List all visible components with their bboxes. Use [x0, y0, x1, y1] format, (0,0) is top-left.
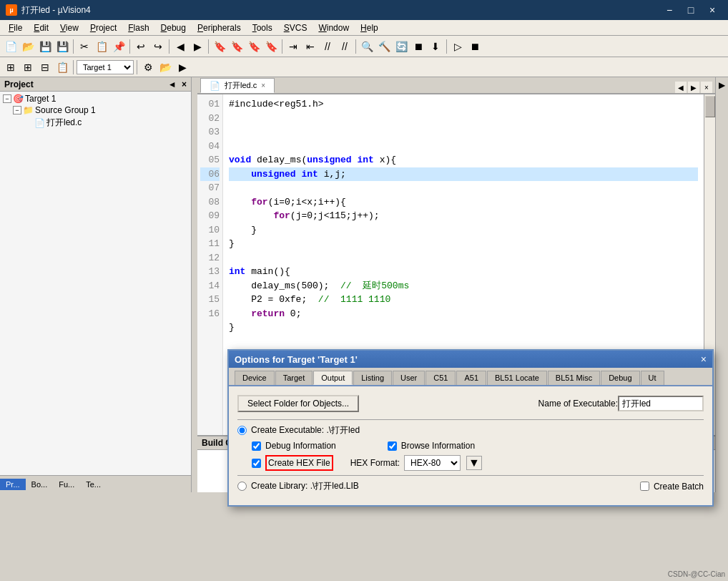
expand-sourcegroup[interactable]: −	[13, 106, 21, 114]
download-button[interactable]: ⬇	[428, 39, 443, 54]
menu-svcs[interactable]: SVCS	[278, 21, 313, 34]
dtab-user[interactable]: User	[393, 371, 425, 385]
menu-peripherals[interactable]: Peripherals	[192, 21, 247, 34]
menu-edit[interactable]: Edit	[28, 21, 54, 34]
indent-button[interactable]: ⇥	[285, 39, 301, 54]
tab-close-icon[interactable]: ×	[261, 82, 265, 89]
save-button[interactable]: 💾	[37, 39, 53, 54]
open-button[interactable]: 📂	[20, 39, 36, 54]
unindent-button[interactable]: ⇤	[302, 39, 318, 54]
tab-close-all-btn[interactable]: ×	[701, 82, 712, 93]
tb2-btn3[interactable]: ⊟	[37, 59, 53, 75]
bookmark-button[interactable]: 🔖	[212, 39, 227, 54]
bookmark-prev-button[interactable]: 🔖	[246, 39, 262, 54]
sbtab-project[interactable]: Pr...	[0, 479, 26, 490]
browse-info-checkbox[interactable]	[388, 441, 397, 451]
name-exec-input[interactable]	[618, 396, 704, 411]
sbtab-functions[interactable]: Fu...	[53, 479, 80, 490]
menu-view[interactable]: View	[54, 21, 84, 34]
dialog-close-button[interactable]: ×	[701, 353, 707, 365]
cut-button[interactable]: ✂	[77, 39, 92, 54]
tb2-btn2[interactable]: ⊞	[20, 59, 36, 75]
dtab-target[interactable]: Target	[275, 371, 313, 385]
comment-button[interactable]: //	[320, 39, 335, 54]
sep4	[208, 39, 209, 54]
nav-fwd-button[interactable]: ▶	[190, 39, 205, 54]
menu-debug[interactable]: Debug	[155, 21, 192, 34]
create-hex-checkbox[interactable]	[252, 459, 261, 468]
tb2-options-btn[interactable]: ⚙	[140, 59, 156, 75]
dtab-a51[interactable]: A51	[456, 371, 486, 385]
redo-button[interactable]: ↪	[150, 39, 166, 54]
resize-handle[interactable]	[192, 77, 197, 492]
sep1	[73, 39, 74, 54]
menu-flash[interactable]: Flash	[122, 21, 154, 34]
dtab-c51[interactable]: C51	[426, 371, 456, 385]
stop-button[interactable]: ⏹	[410, 39, 426, 54]
sbtab-books[interactable]: Bo...	[26, 479, 54, 490]
create-batch-label: Create Batch	[654, 482, 704, 492]
menu-project[interactable]: Project	[84, 21, 122, 34]
maximize-button[interactable]: □	[681, 2, 701, 18]
right-panel-expand[interactable]: ▶	[716, 77, 728, 93]
sidebar-close[interactable]: ×	[182, 79, 187, 89]
tab-right-btn[interactable]: ▶	[688, 82, 699, 93]
tree-item-target[interactable]: − 🎯 Target 1	[1, 93, 190, 104]
menu-window[interactable]: Window	[313, 21, 355, 34]
close-button[interactable]: ×	[702, 2, 722, 18]
dialog-tabs: Device Target Output Listing User C51 A5…	[229, 368, 712, 386]
sep2	[129, 39, 130, 54]
bookmark-clear-button[interactable]: 🔖	[263, 39, 279, 54]
dtab-bl51-locate[interactable]: BL51 Locate	[487, 371, 547, 385]
dtab-debug[interactable]: Debug	[601, 371, 639, 385]
hex-format-select[interactable]: HEX-80 HEX-386	[404, 455, 461, 471]
undo-button[interactable]: ↩	[133, 39, 149, 54]
tree-item-file[interactable]: 📄 打开led.c	[1, 116, 190, 130]
dtab-ut[interactable]: Ut	[641, 371, 664, 385]
sidebar-pin[interactable]: ◄	[168, 79, 177, 89]
create-exec-radio[interactable]	[237, 426, 247, 435]
scrollbar-thumb[interactable]	[705, 96, 715, 117]
nav-back-button[interactable]: ◀	[172, 39, 188, 54]
select-folder-btn[interactable]: Select Folder for Objects...	[237, 395, 359, 412]
create-lib-label: Create Library: .\打开led.LIB	[251, 480, 359, 492]
dtab-listing[interactable]: Listing	[353, 371, 392, 385]
tab-left-btn[interactable]: ◀	[675, 82, 687, 93]
tb2-btn1[interactable]: ⊞	[3, 59, 19, 75]
toolbar-main: 📄 📂 💾 💾 ✂ 📋 📌 ↩ ↪ ◀ ▶ 🔖 🔖 🔖 🔖 ⇥ ⇤ // // …	[0, 36, 728, 57]
uncomment-button[interactable]: //	[337, 39, 353, 54]
editor-tab-led[interactable]: 📄 打开led.c ×	[200, 78, 275, 93]
menu-file[interactable]: File	[3, 21, 28, 34]
create-hex-label: Create HEX File	[268, 458, 330, 468]
tb2-batch-btn[interactable]: ▶	[174, 59, 190, 75]
hex-format-dropdown[interactable]: ▼	[466, 456, 482, 470]
sbtab-templates[interactable]: Te...	[80, 479, 107, 490]
line-numbers: 01 02 03 04 05 06 07 08 09 10 11 12 13 1…	[197, 94, 223, 435]
debug-info-checkbox[interactable]	[252, 441, 261, 451]
create-batch-checkbox[interactable]	[640, 482, 649, 491]
tb2-manage-btn[interactable]: 📂	[157, 59, 173, 75]
debug-stop-button[interactable]: ⏹	[467, 39, 483, 54]
dtab-device[interactable]: Device	[235, 371, 275, 385]
target-select[interactable]: Target 1	[77, 60, 134, 74]
dialog-title-text: Options for Target 'Target 1'	[235, 354, 358, 365]
bookmark-next-button[interactable]: 🔖	[229, 39, 245, 54]
new-button[interactable]: 📄	[3, 39, 19, 54]
create-lib-radio[interactable]	[237, 482, 247, 491]
menu-help[interactable]: Help	[355, 21, 384, 34]
copy-button[interactable]: 📋	[94, 39, 109, 54]
paste-button[interactable]: 📌	[111, 39, 127, 54]
create-exec-row: Create Executable: .\打开led	[237, 424, 704, 436]
save-all-button[interactable]: 💾	[54, 39, 70, 54]
build-button[interactable]: 🔨	[376, 39, 392, 54]
debug-start-button[interactable]: ▷	[450, 39, 466, 54]
minimize-button[interactable]: −	[659, 2, 679, 18]
expand-target[interactable]: −	[3, 94, 11, 103]
tb2-btn4[interactable]: 📋	[54, 59, 70, 75]
dtab-bl51-misc[interactable]: BL51 Misc	[548, 371, 600, 385]
menu-tools[interactable]: Tools	[247, 21, 278, 34]
find-button[interactable]: 🔍	[359, 39, 375, 54]
dtab-output[interactable]: Output	[313, 371, 353, 385]
rebuild-button[interactable]: 🔄	[393, 39, 409, 54]
tree-item-sourcegroup[interactable]: − 📁 Source Group 1	[1, 104, 190, 116]
